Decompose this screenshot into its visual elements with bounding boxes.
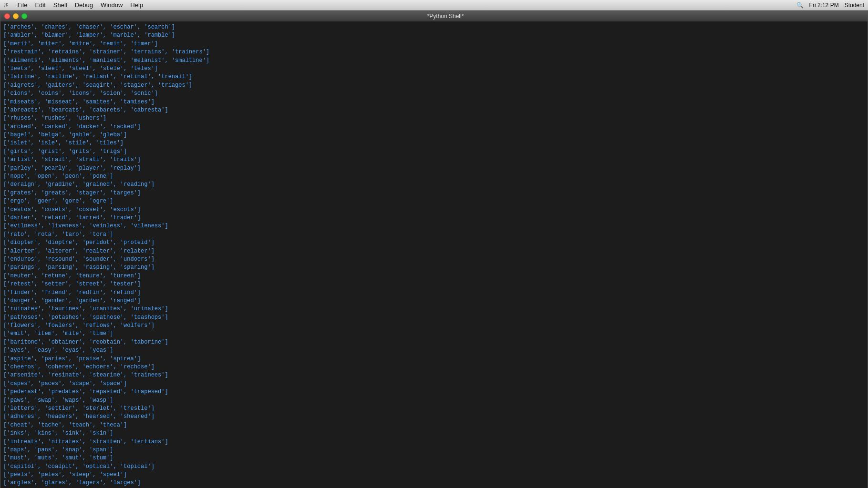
- menu-edit[interactable]: Shell: [53, 1, 67, 9]
- menu-shell[interactable]: Debug: [75, 1, 93, 9]
- menu-window[interactable]: Help: [130, 1, 143, 9]
- search-icon[interactable]: 🔍: [796, 2, 804, 9]
- menu-time: Fri 2:12 PM: [809, 2, 839, 9]
- menu-bar-left: ⌘ File Edit Shell Debug Window Help: [4, 1, 151, 9]
- python-shell-window: *Python Shell* ['arches', 'chares', 'cha…: [0, 10, 868, 488]
- shell-output: ['arches', 'chares', 'chaser', 'eschar',…: [3, 23, 865, 488]
- window-title: *Python Shell*: [27, 13, 864, 20]
- close-button[interactable]: [4, 13, 10, 19]
- menu-file[interactable]: Edit: [35, 1, 45, 9]
- menu-debug[interactable]: Window: [101, 1, 123, 9]
- minimize-button[interactable]: [13, 13, 19, 19]
- title-bar: *Python Shell*: [0, 11, 868, 21]
- maximize-button[interactable]: [21, 13, 27, 19]
- menu-idle[interactable]: File: [17, 1, 27, 9]
- menu-bar-right: 🔍 Fri 2:12 PM Student: [796, 2, 864, 9]
- apple-menu[interactable]: ⌘: [4, 1, 8, 9]
- traffic-lights: [4, 13, 27, 19]
- menu-bar: ⌘ File Edit Shell Debug Window Help 🔍 Fr…: [0, 0, 868, 10]
- menu-user: Student: [845, 2, 864, 9]
- shell-content[interactable]: ['arches', 'chares', 'chaser', 'eschar',…: [0, 21, 868, 488]
